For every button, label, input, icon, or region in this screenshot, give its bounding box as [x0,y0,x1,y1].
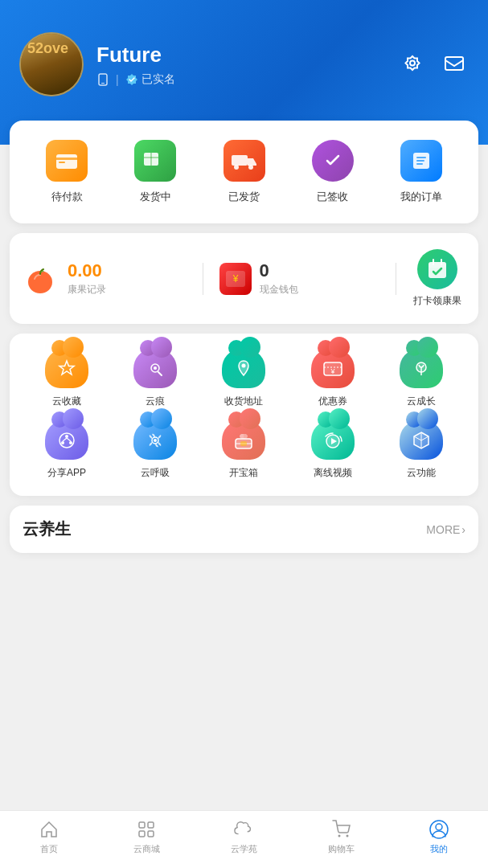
calendar-check-icon [426,258,449,280]
order-item-signed[interactable]: 已签收 [289,140,377,204]
svg-rect-40 [139,822,145,828]
cloud-growth-label: 云成长 [407,395,436,408]
order-item-pending[interactable]: 待付款 [23,140,111,204]
order-section: 待付款 发货中 已发货 [10,121,478,223]
order-items: 待付款 发货中 已发货 [23,140,465,204]
svg-point-24 [242,364,246,368]
yunyang-more-label: MORE [426,523,460,536]
message-icon [443,53,465,76]
svg-point-9 [234,165,239,170]
service-shipping-address[interactable]: 收货地址 [199,350,288,408]
checkin-label: 打卡领康果 [413,294,461,308]
service-cloud-trace[interactable]: 云痕 [111,350,199,408]
nav-item-cart[interactable]: 购物车 [293,819,390,855]
nav-item-mine[interactable]: 我的 [391,819,488,855]
fruit-value: 0.00 [68,260,106,281]
shipping-address-icon [222,350,265,388]
svg-text:¥: ¥ [232,273,238,285]
package-icon [142,151,168,170]
svg-point-2 [410,61,415,66]
coupons-label: 优惠券 [318,395,347,408]
fruit-label: 康果记录 [68,283,106,297]
person-circle-icon [429,819,449,840]
bottom-nav: 首页 云商城 云学苑 购物车 [0,810,488,868]
myorders-icon [400,140,442,182]
list-icon [410,149,433,172]
cloud-garden-icon [234,819,255,840]
yunyang-more-button[interactable]: MORE › [426,523,465,536]
svg-point-10 [248,165,253,170]
cloud-trace-icon [133,350,177,388]
service-offline-video[interactable]: 离线视频 [289,421,377,480]
user-badges: | 已实名 [96,72,175,87]
coupon-icon: ¥ [323,361,342,377]
nav-item-cloud-garden[interactable]: 云学苑 [195,819,293,855]
order-item-shipping[interactable]: 发货中 [111,140,199,204]
truck-icon [231,151,258,170]
svg-rect-41 [148,822,154,828]
box3d-icon [411,430,432,451]
svg-rect-8 [232,155,248,166]
cloud-breath-label: 云呼吸 [141,466,170,480]
svg-rect-5 [56,158,77,160]
cloud-function-label: 云功能 [407,466,436,480]
settings-button[interactable] [398,50,427,79]
nav-item-home[interactable]: 首页 [0,819,97,855]
house-icon [39,820,59,839]
avatar[interactable]: 52ove [19,32,84,96]
pending-payment-label: 待付款 [51,190,83,204]
fruit-amount: 0.00 康果记录 [68,260,106,297]
wallet-section: 0.00 康果记录 ¥ 0 现金钱包 打卡领康果 [10,233,478,324]
services-grid: 云收藏 云痕 收货地址 [23,350,465,480]
share-app-icon [45,421,88,460]
service-share-app[interactable]: 分享APP [23,421,111,480]
apple-icon [23,261,58,297]
shipping-icon [134,140,176,182]
cloud-collect-icon [45,350,88,388]
message-button[interactable] [440,50,469,79]
wallet-icon [55,152,78,170]
open-box-icon [222,421,265,460]
order-item-shipped[interactable]: 已发货 [199,140,288,204]
mine-icon [429,819,449,840]
svg-rect-6 [59,162,65,163]
cloud-shop-icon [136,819,157,840]
nav-item-cloud-shop[interactable]: 云商城 [97,819,195,855]
svg-point-45 [346,835,348,837]
myorders-label: 我的订单 [400,190,442,204]
service-cloud-function[interactable]: 云功能 [377,421,465,480]
grid-icon [137,820,156,839]
service-open-box[interactable]: 开宝箱 [199,421,288,480]
svg-rect-21 [429,262,446,268]
order-item-myorders[interactable]: 我的订单 [377,140,465,204]
video-icon [322,431,343,450]
offline-video-label: 离线视频 [314,466,352,480]
signed-icon [312,140,354,182]
svg-point-30 [65,435,68,438]
treasure-icon [233,431,254,450]
service-cloud-growth[interactable]: 云成长 [377,350,465,408]
check-icon [322,149,344,172]
cloud-nav-icon [234,820,255,839]
star-icon [57,359,76,379]
svg-point-32 [69,441,72,444]
svg-rect-1 [101,83,105,84]
checkin-button[interactable]: 打卡领康果 [409,249,465,308]
wallet-cash[interactable]: ¥ 0 现金钱包 [219,260,383,297]
service-coupons[interactable]: ¥ 优惠券 [289,350,377,408]
svg-rect-14 [416,163,423,165]
open-box-label: 开宝箱 [229,466,258,480]
location-icon [234,359,253,379]
yunyang-more-arrow: › [461,523,465,536]
service-cloud-breath[interactable]: 云呼吸 [111,421,199,480]
offline-video-icon [311,421,355,460]
device-icon [96,73,109,86]
svg-rect-38 [240,441,247,446]
yunyang-title: 云养生 [23,518,71,540]
services-section: 云收藏 云痕 收货地址 [10,334,478,496]
service-cloud-collect[interactable]: 云收藏 [23,350,111,408]
svg-text:¥: ¥ [330,367,335,375]
wallet-left[interactable]: 0.00 康果记录 [23,260,187,297]
fan-icon [145,432,166,449]
wallet-divider [203,263,203,295]
